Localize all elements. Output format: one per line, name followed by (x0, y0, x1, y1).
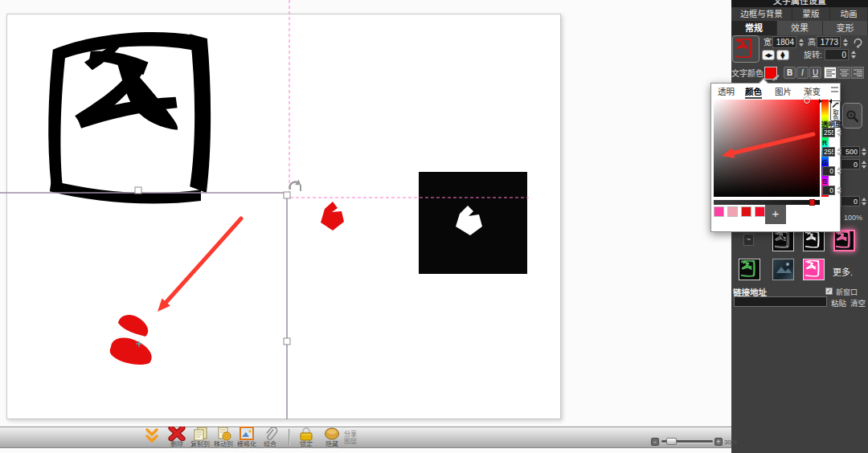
effect-value1-stepper[interactable] (860, 146, 867, 157)
preset-scroll-button[interactable]: ~ (743, 234, 754, 246)
preset-style-white[interactable] (803, 230, 825, 251)
zoom-percent-label: 30% (724, 439, 737, 446)
blue-input[interactable] (822, 186, 835, 195)
width-stepper[interactable] (797, 36, 805, 48)
effect-value2-input[interactable] (841, 159, 860, 169)
blue-label: B (822, 178, 827, 186)
height-input[interactable] (817, 36, 841, 48)
zoom-out-button[interactable]: - (651, 438, 659, 446)
saved-swatch-1[interactable] (714, 206, 724, 217)
flip-horizontal-button[interactable]: ◀▶ (762, 50, 775, 60)
share-layer-button[interactable]: 分享 图层 (344, 431, 357, 445)
lock-label: 锁定 (293, 442, 320, 448)
width-label: 宽 (764, 38, 772, 47)
popup-tab-gradient[interactable]: 渐变 (804, 85, 821, 97)
hue-marker-left (819, 99, 822, 104)
text-color-swatch[interactable] (764, 67, 777, 80)
new-window-label: 新窗口 (836, 287, 858, 297)
new-window-checkbox[interactable]: ✓ (825, 288, 833, 295)
sv-cursor[interactable] (804, 97, 810, 104)
green-stepper[interactable] (835, 166, 842, 176)
underline-button[interactable]: U (809, 67, 821, 79)
saved-swatch-3[interactable] (741, 206, 751, 217)
align-center-button[interactable] (837, 67, 850, 79)
effect-value3-stepper[interactable] (860, 196, 867, 206)
share-label-line2: 图层 (344, 438, 357, 445)
popup-tab-image[interactable]: 图片 (775, 85, 792, 97)
align-center-icon (840, 69, 849, 76)
refresh-icon (852, 36, 864, 48)
opacity-input[interactable] (822, 128, 835, 137)
saved-swatch-2[interactable] (727, 206, 738, 217)
red-stepper[interactable] (835, 147, 842, 157)
collapse-toolbar-button[interactable] (145, 428, 158, 444)
panel-title: 文字属性设置 (731, 0, 868, 6)
tab-animation[interactable]: 动画 (830, 7, 868, 21)
tab-border-background[interactable]: 边框与背景 (731, 7, 792, 21)
delete-x-icon (168, 426, 186, 441)
effect-value3-input[interactable] (841, 196, 860, 206)
blue-stepper[interactable] (835, 186, 842, 195)
tab-effects[interactable]: 效果 (777, 21, 823, 35)
effect-value2-stepper[interactable] (860, 159, 867, 169)
green-input[interactable] (822, 166, 835, 176)
preset-style-image[interactable] (772, 259, 794, 280)
zoom-slider-handle[interactable] (666, 438, 677, 445)
hide-label: 隐藏 (318, 442, 346, 448)
tab-transform[interactable]: 变形 (823, 21, 868, 35)
paste-button[interactable]: 粘贴 (831, 297, 846, 308)
move-document-icon (215, 426, 232, 441)
red-label: R (822, 139, 827, 147)
popup-tab-color[interactable]: 颜色 (745, 85, 762, 99)
magnifier-button[interactable] (842, 103, 862, 129)
popup-collapse-icon[interactable] (831, 87, 838, 92)
panel-title-bar: 文字属性设置 (731, 0, 868, 7)
share-label-line1: 分享 (344, 431, 357, 438)
saturation-value-field[interactable] (714, 100, 820, 197)
more-presets-button[interactable]: 更多. (833, 265, 853, 278)
lock-button[interactable]: 锁定 (293, 426, 320, 448)
zoom-in-button[interactable]: + (714, 438, 723, 446)
hide-button[interactable]: 隐藏 (318, 426, 346, 448)
preset-style-green[interactable] (739, 259, 760, 280)
paperclip-icon (261, 426, 279, 441)
app-window: 删除 复制到 移动到 栅格化 组合 (0, 0, 868, 453)
group-label: 组合 (256, 442, 284, 448)
alpha-slider-handle[interactable] (809, 199, 815, 206)
group-button[interactable]: 组合 (256, 426, 284, 448)
rasterize-image-icon (238, 426, 256, 441)
toolbar-divider (289, 429, 289, 446)
layer-thumbnail[interactable] (732, 35, 760, 63)
saved-swatch-4[interactable] (755, 206, 765, 217)
height-label: 高 (808, 38, 816, 47)
canvas-page[interactable] (6, 14, 561, 419)
opacity-stepper[interactable] (835, 128, 842, 137)
tab-mask[interactable]: 蒙版 (792, 7, 830, 21)
align-left-button[interactable] (824, 67, 837, 79)
text-color-label: 文字颜色: (731, 69, 766, 79)
add-swatch-button[interactable]: + (765, 205, 786, 224)
preset-style-pink-box[interactable] (803, 259, 825, 280)
copy-document-icon (191, 426, 209, 441)
rotate-stepper[interactable] (850, 49, 857, 60)
bold-button[interactable]: B (784, 67, 796, 79)
preset-style-outline[interactable] (772, 230, 794, 251)
flip-vertical-button[interactable]: ◀▶ (776, 50, 789, 60)
link-address-input[interactable] (734, 296, 827, 307)
red-input[interactable] (822, 147, 835, 157)
effect-value1-input[interactable] (841, 146, 860, 157)
rotate-input[interactable] (825, 49, 849, 60)
preset-style-neon-pink[interactable] (833, 230, 855, 251)
italic-button[interactable]: I (796, 67, 809, 79)
color-picker-mini-icon (772, 74, 780, 81)
align-right-icon (854, 69, 862, 76)
bottom-toolbar (0, 426, 731, 448)
align-right-button[interactable] (851, 67, 864, 79)
tab-general[interactable]: 常规 (731, 21, 777, 35)
height-stepper[interactable] (841, 36, 849, 48)
lock-icon (297, 426, 315, 441)
clear-button[interactable]: 清空 (850, 297, 866, 308)
link-dimensions-button[interactable] (852, 36, 864, 48)
width-input[interactable] (772, 36, 796, 48)
popup-tab-transparent[interactable]: 透明 (718, 85, 735, 97)
